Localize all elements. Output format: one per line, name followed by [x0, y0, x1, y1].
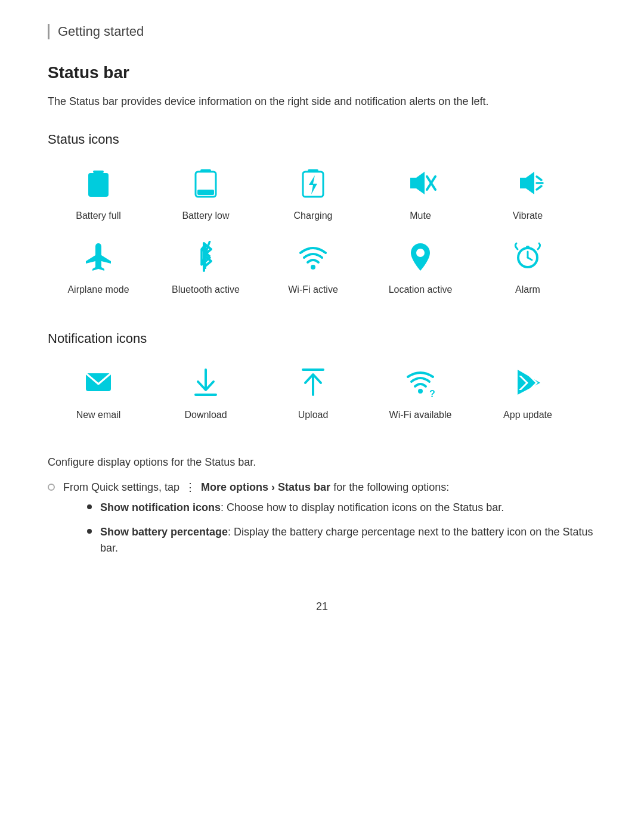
status-icon-wifi-active: Wi-Fi active — [262, 236, 364, 295]
configure-main-text: From Quick settings, tap ⋮ More options … — [63, 481, 596, 565]
notification-icons-heading: Notification icons — [48, 331, 596, 346]
sub-bullet-1: Show notification icons: Choose how to d… — [87, 500, 596, 516]
configure-more-options: More options › Status bar — [201, 481, 330, 493]
svg-marker-7 — [309, 175, 317, 194]
sub-bullet-1-text: Show notification icons: Choose how to d… — [100, 500, 504, 516]
configure-main-end: for the following options: — [333, 481, 449, 493]
svg-line-12 — [537, 176, 541, 180]
status-icon-alarm: Alarm — [477, 236, 578, 295]
location-active-label: Location active — [389, 284, 453, 295]
battery-full-icon — [77, 162, 120, 205]
circle-bullet-icon — [48, 484, 55, 491]
vibrate-label: Vibrate — [513, 210, 543, 221]
dot-icon-2 — [87, 529, 92, 534]
wifi-active-icon — [292, 236, 335, 278]
configure-list: From Quick settings, tap ⋮ More options … — [48, 481, 596, 565]
notification-icon-new-email: New email — [48, 361, 149, 420]
svg-point-18 — [416, 249, 425, 257]
charging-icon — [292, 162, 335, 205]
notification-icon-wifi-available: ? Wi-Fi available — [370, 361, 471, 420]
notification-icon-upload: Upload — [262, 361, 364, 420]
svg-line-14 — [537, 186, 541, 190]
three-dot-icon: ⋮ — [185, 481, 196, 494]
vibrate-icon — [506, 162, 549, 205]
app-update-label: App update — [503, 410, 552, 420]
notification-icon-app-update: App update — [477, 361, 578, 420]
new-email-label: New email — [76, 410, 121, 420]
configure-main-prefix: From Quick settings, tap — [63, 481, 179, 493]
configure-main-bullet: From Quick settings, tap ⋮ More options … — [48, 481, 596, 565]
upload-label: Upload — [298, 410, 329, 420]
download-label: Download — [184, 410, 227, 420]
intro-paragraph: The Status bar provides device informati… — [48, 93, 596, 110]
battery-low-icon — [184, 162, 227, 205]
mute-label: Mute — [410, 210, 431, 221]
notification-icons-grid: New email Download Upload — [48, 361, 596, 435]
mute-icon — [399, 162, 442, 205]
show-battery-bold: Show battery percentage — [100, 526, 228, 538]
wifi-available-label: Wi-Fi available — [389, 410, 452, 420]
wifi-available-icon: ? — [399, 361, 442, 404]
sub-bullet-2: Show battery percentage: Display the bat… — [87, 524, 596, 556]
notification-icon-download: Download — [155, 361, 256, 420]
app-update-icon — [506, 361, 549, 404]
configure-text: Configure display options for the Status… — [48, 456, 596, 469]
status-icon-charging: Charging — [262, 162, 364, 221]
upload-icon — [292, 361, 335, 404]
breadcrumb-text: Getting started — [58, 24, 144, 39]
svg-rect-23 — [526, 246, 530, 248]
status-icon-battery-low: Battery low — [155, 162, 256, 221]
sub-bullet-2-text: Show battery percentage: Display the bat… — [100, 524, 596, 556]
alarm-icon — [506, 236, 549, 278]
svg-text:?: ? — [429, 389, 435, 398]
bluetooth-active-label: Bluetooth active — [172, 284, 240, 295]
wifi-active-label: Wi-Fi active — [288, 284, 338, 295]
new-email-icon — [77, 361, 120, 404]
location-active-icon — [399, 236, 442, 278]
page-number: 21 — [48, 600, 596, 613]
status-icon-airplane-mode: Airplane mode — [48, 236, 149, 295]
svg-point-29 — [418, 389, 423, 394]
dot-icon-1 — [87, 504, 92, 509]
status-icons-grid: Battery full Battery low Charging — [48, 162, 596, 309]
airplane-mode-icon — [77, 236, 120, 278]
bluetooth-active-icon — [184, 236, 227, 278]
svg-marker-8 — [410, 172, 425, 194]
download-icon — [184, 361, 227, 404]
status-icon-vibrate: Vibrate — [477, 162, 578, 221]
configure-sub-list: Show notification icons: Choose how to d… — [87, 500, 596, 556]
battery-full-label: Battery full — [76, 210, 121, 221]
airplane-mode-label: Airplane mode — [67, 284, 129, 295]
svg-rect-4 — [197, 190, 214, 195]
status-icon-mute: Mute — [370, 162, 471, 221]
status-icon-bluetooth-active: Bluetooth active — [155, 236, 256, 295]
svg-rect-1 — [88, 173, 109, 197]
status-icon-battery-full: Battery full — [48, 162, 149, 221]
page-title: Status bar — [48, 63, 596, 82]
svg-rect-0 — [93, 171, 104, 173]
battery-low-label: Battery low — [182, 210, 229, 221]
status-icon-location-active: Location active — [370, 236, 471, 295]
status-icons-heading: Status icons — [48, 132, 596, 147]
show-notification-bold: Show notification icons — [100, 501, 221, 513]
alarm-label: Alarm — [515, 284, 540, 295]
breadcrumb: Getting started — [48, 24, 596, 39]
svg-point-17 — [311, 265, 315, 270]
show-notification-rest: : Choose how to display notification ico… — [221, 501, 504, 513]
svg-marker-11 — [520, 172, 534, 194]
charging-label: Charging — [294, 210, 333, 221]
